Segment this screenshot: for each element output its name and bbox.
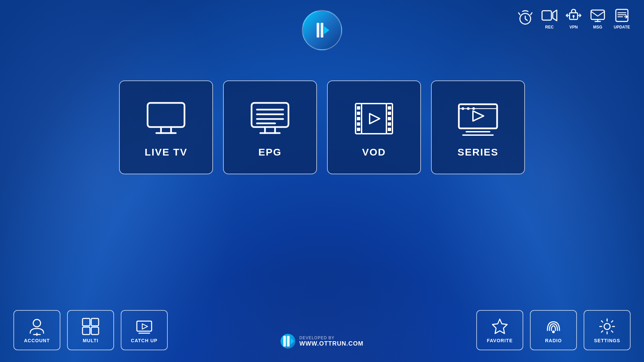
favorite-button[interactable]: FAVORITE [476,310,523,350]
svg-rect-57 [91,327,99,335]
settings-icon [598,317,616,336]
svg-rect-38 [388,122,391,126]
epg-card[interactable]: EPG [223,80,317,174]
svg-rect-0 [317,23,319,38]
svg-rect-42 [459,104,497,128]
svg-rect-1 [321,23,323,38]
svg-marker-59 [142,324,148,329]
multi-label: MULTI [83,338,99,343]
svg-rect-63 [287,336,290,347]
live-tv-icon [144,97,188,140]
dev-prefix: DEVELOPED BY [300,336,364,340]
svg-marker-41 [370,114,380,124]
svg-rect-54 [83,318,90,326]
svg-point-66 [552,330,555,333]
update-button[interactable]: UPDATE [613,7,631,29]
svg-rect-36 [388,112,391,115]
svg-rect-35 [388,106,391,110]
vpn-label: VPN [570,25,578,29]
epg-label: EPG [258,146,281,158]
update-icon [613,7,631,24]
settings-label: SETTINGS [594,338,620,343]
svg-point-67 [604,323,610,329]
radio-icon [544,317,563,336]
header: REC VPN [0,0,644,50]
developer-credit: DEVELOPED BY WWW.OTTRUN.COM [281,334,364,349]
dev-logo-icon [281,334,296,349]
series-label: SERIES [458,146,498,158]
svg-marker-2 [324,26,329,34]
svg-rect-33 [357,128,360,131]
live-tv-label: LIVE TV [145,146,187,158]
settings-button[interactable]: SETTINGS [584,310,631,350]
svg-marker-64 [291,338,294,345]
favorite-label: FAVORITE [487,338,513,343]
msg-button[interactable]: MSG [589,7,606,29]
svg-rect-58 [137,321,152,331]
account-label: ACCOUNT [24,338,50,343]
svg-rect-4 [542,11,551,20]
vpn-icon [565,7,582,24]
catch-up-button[interactable]: CATCH UP [121,310,168,350]
svg-rect-31 [357,117,360,120]
logo-circle [302,10,342,50]
epg-icon [248,97,292,140]
svg-rect-16 [148,103,184,127]
svg-rect-9 [591,10,604,19]
vpn-button[interactable]: VPN [565,7,582,29]
logo-play-icon [312,20,332,40]
bottom-right-toolbar: FAVORITE RADIO SET [476,310,631,350]
top-right-toolbar: REC VPN [517,7,631,29]
update-label: UPDATE [614,25,630,29]
app-logo [302,10,342,50]
rec-icon [541,7,558,24]
svg-rect-30 [357,112,360,115]
rec-label: REC [545,25,553,29]
bottom-bar: ACCOUNT MULTI CATC [0,308,644,362]
svg-rect-37 [388,117,391,120]
account-button[interactable]: ACCOUNT [13,310,60,350]
catch-up-icon [135,317,154,336]
svg-point-47 [472,107,475,110]
vod-label: VOD [362,146,386,158]
svg-marker-5 [553,10,557,21]
svg-rect-62 [283,336,286,347]
svg-rect-55 [91,318,99,326]
alarm-button[interactable] [517,9,534,27]
msg-icon [589,7,606,24]
svg-point-51 [33,319,41,327]
svg-rect-39 [388,128,391,131]
dev-url: WWW.OTTRUN.COM [300,340,364,347]
alarm-icon [517,9,534,27]
dev-text: DEVELOPED BY WWW.OTTRUN.COM [300,336,364,347]
radio-label: RADIO [545,338,562,343]
svg-point-7 [573,15,575,17]
bottom-left-toolbar: ACCOUNT MULTI CATC [13,310,168,350]
svg-rect-40 [362,104,386,134]
account-icon [28,317,46,336]
multi-icon [81,317,100,336]
svg-rect-56 [83,327,90,335]
vod-icon [352,97,396,140]
catch-up-label: CATCH UP [131,338,157,343]
series-card[interactable]: SERIES [431,80,525,174]
favorite-icon [490,317,509,336]
series-icon [456,97,500,140]
radio-button[interactable]: RADIO [530,310,577,350]
multi-button[interactable]: MULTI [67,310,114,350]
live-tv-card[interactable]: LIVE TV [119,80,213,174]
svg-rect-32 [357,122,360,126]
msg-label: MSG [593,25,602,29]
rec-button[interactable]: REC [541,7,558,29]
main-menu: LIVE TV EPG [119,80,525,174]
svg-rect-29 [357,106,360,110]
svg-marker-65 [492,319,507,334]
svg-point-46 [467,107,470,110]
vod-card[interactable]: VOD [327,80,421,174]
svg-marker-43 [473,111,484,121]
dev-logo [281,334,296,349]
svg-point-45 [462,107,464,110]
